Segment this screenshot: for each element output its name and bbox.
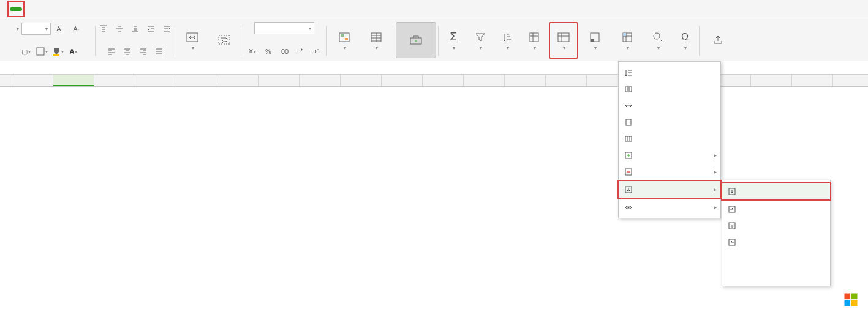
underline-icon[interactable]: ▢: [19, 45, 32, 58]
menu-best-row-height[interactable]: [619, 81, 720, 97]
menu-delete-cell[interactable]: ▸: [619, 163, 720, 180]
colhdr-o[interactable]: [464, 75, 505, 86]
colhdr-q[interactable]: [546, 75, 587, 86]
menu-col-width[interactable]: [619, 97, 720, 114]
tab-smart-toolbox[interactable]: [173, 7, 187, 12]
indent-left-icon[interactable]: [145, 22, 158, 35]
indent-right-icon[interactable]: [160, 22, 174, 35]
worksheet-button[interactable]: [581, 22, 609, 59]
menu-fill-up[interactable]: [722, 217, 830, 234]
menu-fill-right[interactable]: [722, 201, 830, 217]
menu-series[interactable]: [722, 267, 830, 283]
menu-hide[interactable]: ▸: [619, 199, 720, 215]
colhdr-m[interactable]: [382, 75, 423, 86]
colhdr-d[interactable]: [12, 75, 53, 86]
best-row-height-icon: [624, 84, 633, 94]
merge-center-button[interactable]: [178, 22, 207, 59]
align-right-icon[interactable]: [137, 45, 150, 58]
colhdr-h[interactable]: [176, 75, 217, 86]
align-middle-icon[interactable]: [113, 22, 126, 35]
tab-view[interactable]: [99, 7, 114, 12]
format-button[interactable]: [522, 22, 546, 59]
col-width-icon: [624, 101, 633, 111]
fill-right-icon: [727, 204, 737, 214]
border-icon[interactable]: [35, 45, 48, 58]
symbol-button[interactable]: Ω: [673, 22, 697, 59]
increase-font-icon[interactable]: A+: [53, 22, 67, 35]
colhdr-corner[interactable]: [0, 75, 12, 86]
tab-page-layout[interactable]: [40, 7, 55, 12]
tab-review[interactable]: [85, 7, 99, 12]
menu-row-height[interactable]: [619, 64, 720, 81]
fill-icon: [624, 185, 633, 195]
tab-start-highlight: [7, 1, 25, 17]
align-left-icon[interactable]: [105, 45, 118, 58]
sum-button[interactable]: Σ: [441, 22, 466, 59]
row-col-button[interactable]: [549, 22, 578, 59]
svg-point-19: [654, 33, 660, 39]
table-style-button[interactable]: [361, 22, 391, 59]
menu-fill-down[interactable]: [722, 183, 830, 199]
font-size-input[interactable]: ▾: [21, 23, 51, 35]
formula-bar[interactable]: [0, 61, 868, 75]
colhdr-g[interactable]: [135, 75, 176, 86]
watermark-logo-icon: [842, 291, 859, 308]
menu-fill[interactable]: ▸: [619, 181, 720, 198]
font-color-icon[interactable]: A: [67, 45, 80, 58]
wrap-icon: [217, 33, 231, 46]
increase-decimal-icon[interactable]: .0: [293, 45, 307, 58]
filter-button[interactable]: [468, 22, 492, 59]
align-bottom-icon[interactable]: [129, 22, 142, 35]
colhdr-w[interactable]: [792, 75, 833, 86]
tab-data[interactable]: [70, 7, 85, 12]
colhdr-j[interactable]: [259, 75, 300, 86]
svg-rect-33: [845, 300, 851, 306]
colhdr-n[interactable]: [423, 75, 464, 86]
worksheet-icon: [588, 31, 602, 44]
comma-icon[interactable]: 000: [277, 45, 291, 58]
auto-wrap-button[interactable]: [209, 22, 239, 59]
align-center-icon[interactable]: [121, 45, 134, 58]
decrease-font-icon[interactable]: A-: [69, 22, 83, 35]
currency-icon[interactable]: ¥: [246, 45, 259, 58]
decrease-decimal-icon[interactable]: .00: [309, 45, 323, 58]
colhdr-f[interactable]: [94, 75, 135, 86]
fill-color-icon[interactable]: [51, 45, 64, 58]
find-button[interactable]: [646, 22, 670, 59]
font-dropdown[interactable]: ▾: [17, 26, 19, 32]
colhdr-e[interactable]: [53, 75, 94, 86]
menu-fill-left[interactable]: [722, 234, 830, 250]
tab-featured[interactable]: [143, 7, 158, 12]
tab-dochelper[interactable]: [158, 7, 173, 12]
main-tabs: [0, 0, 868, 18]
smart-toolbox-button[interactable]: [396, 22, 436, 58]
svg-rect-34: [851, 300, 858, 306]
tab-security[interactable]: [114, 7, 129, 12]
svg-rect-8: [341, 34, 344, 37]
percent-icon[interactable]: %: [262, 45, 275, 58]
colhdr-p[interactable]: [505, 75, 546, 86]
tab-devtools[interactable]: [129, 7, 143, 12]
sort-button[interactable]: [495, 22, 519, 59]
colhdr-i[interactable]: [217, 75, 259, 86]
freeze-button[interactable]: [611, 22, 643, 59]
smart-toolbox-icon: [409, 33, 423, 46]
tab-formula[interactable]: [55, 7, 70, 12]
svg-rect-16: [591, 39, 594, 42]
number-format-combo[interactable]: ▾: [254, 22, 314, 34]
colhdr-v[interactable]: [751, 75, 792, 86]
cond-format-button[interactable]: [330, 22, 359, 59]
align-top-icon[interactable]: [97, 22, 110, 35]
table-style-icon: [369, 31, 383, 44]
distribute-icon[interactable]: [153, 45, 166, 58]
colhdr-l[interactable]: [341, 75, 382, 86]
tab-start[interactable]: [10, 7, 22, 11]
colhdr-k[interactable]: [300, 75, 341, 86]
fill-up-icon: [727, 221, 737, 231]
share-button[interactable]: [702, 22, 734, 58]
menu-std-col-width[interactable]: [619, 130, 720, 147]
tab-insert[interactable]: [26, 7, 40, 12]
column-headers: [0, 75, 868, 87]
menu-insert-cell[interactable]: ▸: [619, 147, 720, 163]
menu-best-col-width[interactable]: [619, 114, 720, 130]
